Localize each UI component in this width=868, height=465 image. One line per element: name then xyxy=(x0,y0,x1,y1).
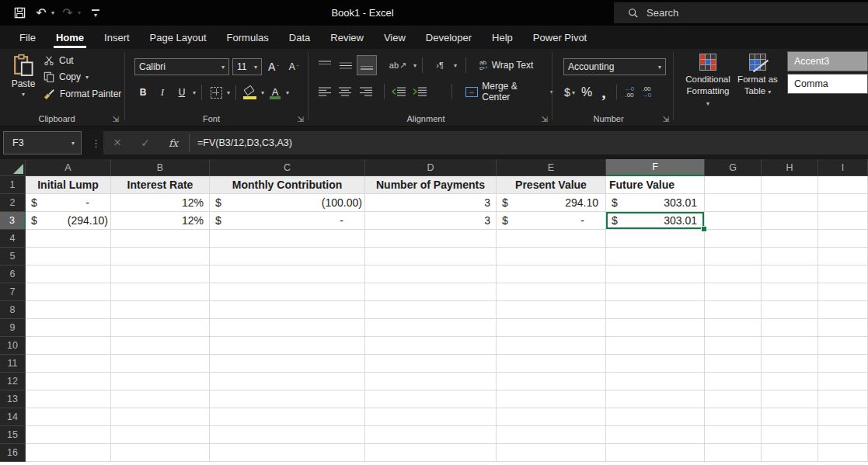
cell-E11[interactable] xyxy=(497,355,606,373)
cell-C4[interactable] xyxy=(210,230,365,248)
cell-B5[interactable] xyxy=(111,248,210,265)
cell-D10[interactable] xyxy=(365,337,497,355)
cell-E10[interactable] xyxy=(497,337,606,355)
cell-E14[interactable] xyxy=(497,408,606,426)
cell-B10[interactable] xyxy=(111,337,210,355)
column-header-B[interactable]: B xyxy=(111,159,210,176)
cell-D16[interactable] xyxy=(365,444,497,462)
cell-D1[interactable]: Number of Payments xyxy=(365,176,497,194)
cell-G3[interactable] xyxy=(705,212,762,230)
undo-chevron-icon[interactable]: ▾ xyxy=(51,9,54,16)
insert-function-icon[interactable]: fx xyxy=(159,131,187,154)
cell-A10[interactable] xyxy=(26,337,111,355)
clipboard-dialog-launcher-icon[interactable]: ⇲ xyxy=(113,115,119,123)
cell-F7[interactable] xyxy=(606,283,705,301)
cell-G12[interactable] xyxy=(705,373,762,390)
cell-B4[interactable] xyxy=(111,230,210,248)
row-header-3[interactable]: 3 xyxy=(0,212,26,230)
cell-D2[interactable]: 3 xyxy=(365,194,497,212)
column-header-G[interactable]: G xyxy=(705,159,762,176)
increase-indent-button[interactable] xyxy=(410,82,429,101)
bottom-align-button[interactable] xyxy=(357,56,376,75)
save-icon[interactable] xyxy=(11,5,28,22)
cell-A8[interactable] xyxy=(26,301,111,319)
column-header-D[interactable]: D xyxy=(365,159,497,176)
cell-C10[interactable] xyxy=(210,337,365,355)
decrease-font-size-button[interactable]: Aˇ xyxy=(285,58,302,75)
cell-A12[interactable] xyxy=(26,373,111,390)
tab-data[interactable]: Data xyxy=(279,26,320,49)
row-header-8[interactable]: 8 xyxy=(0,301,26,319)
align-center-button[interactable] xyxy=(336,82,355,101)
cell-C6[interactable] xyxy=(210,265,365,283)
cell-B12[interactable] xyxy=(111,373,210,390)
cell-C12[interactable] xyxy=(210,373,365,390)
tab-file[interactable]: File xyxy=(9,26,46,49)
fill-color-button[interactable] xyxy=(242,84,259,101)
cell-E6[interactable] xyxy=(497,265,606,283)
text-direction-button[interactable]: ›¶ xyxy=(428,56,451,75)
tab-review[interactable]: Review xyxy=(320,26,374,49)
cell-B14[interactable] xyxy=(111,408,210,426)
orientation-chevron-icon[interactable]: ▾ xyxy=(413,62,417,69)
cell-G15[interactable] xyxy=(705,426,762,444)
row-header-7[interactable]: 7 xyxy=(0,283,26,301)
cell-A13[interactable] xyxy=(26,390,111,408)
cell-style-accent3[interactable]: Accent3 xyxy=(787,51,868,71)
row-header-12[interactable]: 12 xyxy=(0,373,26,390)
column-header-E[interactable]: E xyxy=(497,159,606,176)
cell-E16[interactable] xyxy=(497,444,606,462)
font-size-combo[interactable]: 11 ▾ xyxy=(232,58,262,75)
cell-C5[interactable] xyxy=(210,248,365,265)
cell-H9[interactable] xyxy=(762,319,818,337)
cell-G4[interactable] xyxy=(705,230,762,248)
copy-button[interactable]: Copy ▾ xyxy=(44,71,121,82)
cell-B9[interactable] xyxy=(111,319,210,337)
cell-C7[interactable] xyxy=(210,283,365,301)
column-header-I[interactable]: I xyxy=(818,159,868,176)
cell-C2[interactable]: $(100.00) xyxy=(210,194,365,212)
cell-D3[interactable]: 3 xyxy=(365,212,497,230)
cell-F12[interactable] xyxy=(606,373,705,390)
cell-G14[interactable] xyxy=(705,408,762,426)
cell-D8[interactable] xyxy=(365,301,497,319)
cell-A3[interactable]: $(294.10) xyxy=(26,212,111,230)
formula-input[interactable]: =FV(B3/12,D3,C3,A3) xyxy=(191,137,292,148)
cell-B11[interactable] xyxy=(111,355,210,373)
cell-G9[interactable] xyxy=(705,319,762,337)
cell-E12[interactable] xyxy=(497,373,606,390)
cell-G2[interactable] xyxy=(705,194,762,212)
cell-A7[interactable] xyxy=(26,283,111,301)
cell-F16[interactable] xyxy=(606,444,705,462)
cell-I12[interactable] xyxy=(818,373,868,390)
cell-A15[interactable] xyxy=(26,426,111,444)
cell-H2[interactable] xyxy=(762,194,818,212)
cell-E9[interactable] xyxy=(497,319,606,337)
cell-C9[interactable] xyxy=(210,319,365,337)
conditional-formatting-button[interactable]: Conditional Formatting ▾ xyxy=(684,54,732,109)
format-as-table-button[interactable]: Format as Table ▾ xyxy=(734,54,782,98)
percent-style-button[interactable]: % xyxy=(579,84,594,101)
cell-C3[interactable]: $- xyxy=(210,212,365,230)
cell-H7[interactable] xyxy=(762,283,818,301)
cell-D15[interactable] xyxy=(365,426,497,444)
row-header-1[interactable]: 1 xyxy=(0,176,26,194)
decrease-decimal-button[interactable]: .00→0 xyxy=(639,84,654,101)
format-painter-button[interactable]: Format Painter xyxy=(44,88,121,99)
cell-B16[interactable] xyxy=(111,444,210,462)
tab-page-layout[interactable]: Page Layout xyxy=(140,26,217,49)
cell-E8[interactable] xyxy=(497,301,606,319)
text-direction-chevron-icon[interactable]: ▾ xyxy=(454,62,457,69)
cell-E1[interactable]: Present Value xyxy=(497,176,606,194)
column-header-C[interactable]: C xyxy=(210,159,365,176)
row-header-11[interactable]: 11 xyxy=(0,355,26,373)
cell-H5[interactable] xyxy=(762,248,818,265)
cell-B3[interactable]: 12% xyxy=(111,212,210,230)
cell-E4[interactable] xyxy=(497,230,606,248)
cell-D14[interactable] xyxy=(365,408,497,426)
cell-I16[interactable] xyxy=(818,444,868,462)
row-header-9[interactable]: 9 xyxy=(0,319,26,337)
wrap-text-button[interactable]: abc↩ Wrap Text xyxy=(479,60,533,71)
cell-C8[interactable] xyxy=(210,301,365,319)
cell-F9[interactable] xyxy=(606,319,705,337)
